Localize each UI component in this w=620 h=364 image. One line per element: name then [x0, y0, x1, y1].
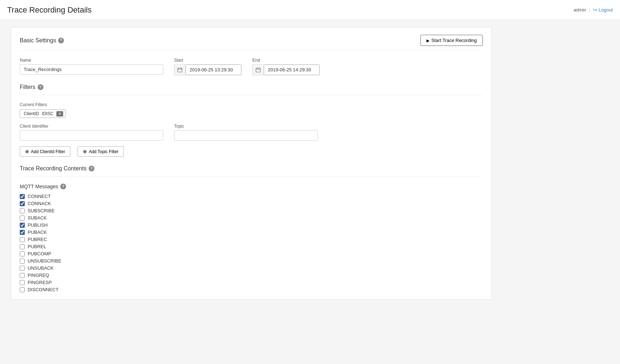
mqtt-checkbox-pingresp[interactable] — [20, 280, 25, 285]
mqtt-checkbox-connack[interactable] — [20, 201, 25, 206]
mqtt-messages-checkbox-list: CONNECTCONNACKSUBSCRIBESUBACKPUBLISHPUBA… — [20, 194, 483, 292]
mqtt-label-pubrel: PUBREL — [28, 244, 46, 249]
checkbox-item: PUBLISH — [20, 222, 483, 228]
svg-rect-0 — [178, 68, 182, 72]
mqtt-label-pubcomp: PUBCOMP — [28, 251, 51, 256]
start-trace-recording-label: Start Trace Recording — [432, 38, 477, 43]
start-calendar-icon — [174, 65, 186, 75]
main-content: Basic Settings ? Start Trace Recording N… — [0, 20, 503, 307]
topic-label: Topic — [174, 124, 318, 129]
basic-settings-title: Basic Settings ? — [20, 37, 64, 44]
mqtt-checkbox-pingreq[interactable] — [20, 273, 25, 278]
end-date-wrapper — [252, 64, 320, 75]
checkbox-item: PUBACK — [20, 230, 483, 235]
filter-tags-container: ClientID IDISC ✕ — [20, 109, 66, 118]
filters-section: Current Filters ClientID IDISC ✕ Client … — [20, 102, 483, 157]
mqtt-checkbox-puback[interactable] — [20, 230, 25, 235]
checkbox-item: UNSUBSCRIBE — [20, 258, 483, 264]
checkbox-item: PUBREL — [20, 244, 483, 249]
basic-settings-label: Basic Settings — [20, 37, 56, 44]
mqtt-checkbox-connect[interactable] — [20, 194, 25, 199]
username: admin — [573, 7, 586, 13]
top-right: admin | ↪ Logout — [573, 7, 613, 13]
mqtt-checkbox-subscribe[interactable] — [20, 208, 25, 213]
checkbox-item: UNSUBACK — [20, 265, 483, 271]
mqtt-checkbox-pubrel[interactable] — [20, 244, 25, 249]
client-identifier-input[interactable] — [20, 130, 163, 141]
checkbox-item: PINGREQ — [20, 273, 483, 278]
trace-contents-title: Trace Recording Contents ? — [20, 165, 94, 172]
end-date-input[interactable] — [264, 65, 320, 75]
filter-tag-idisc: IDISC — [41, 111, 55, 117]
checkbox-item: SUBACK — [20, 215, 483, 221]
checkbox-item: DISCONNECT — [20, 287, 483, 292]
mqtt-checkbox-pubrec[interactable] — [20, 237, 25, 242]
top-bar: Trace Recording Details admin | ↪ Logout — [0, 0, 620, 20]
start-date-wrapper — [174, 64, 242, 75]
play-icon — [426, 38, 429, 43]
checkbox-item: PINGRESP — [20, 280, 483, 285]
mqtt-label-connect: CONNECT — [28, 194, 51, 199]
filter-inputs-row: Client Identifier Topic — [20, 124, 483, 141]
checkbox-item: PUBREC — [20, 237, 483, 242]
current-filters-label: Current Filters — [20, 102, 483, 107]
trace-contents-help-icon[interactable]: ? — [89, 166, 94, 171]
plus-circle-icon-topic — [83, 149, 87, 154]
mqtt-label-subscribe: SUBSCRIBE — [28, 208, 55, 213]
settings-card: Basic Settings ? Start Trace Recording N… — [11, 27, 492, 300]
filters-title: Filters ? — [20, 84, 43, 90]
name-input[interactable] — [20, 64, 163, 75]
logout-link[interactable]: ↪ Logout — [593, 7, 613, 13]
filters-help-icon[interactable]: ? — [38, 84, 43, 90]
end-form-group: End — [252, 58, 320, 75]
name-form-group: Name — [20, 58, 163, 75]
mqtt-label-unsuback: UNSUBACK — [28, 265, 53, 271]
page-title: Trace Recording Details — [7, 5, 92, 15]
plus-circle-icon-clientid — [25, 149, 29, 154]
trace-contents-header: Trace Recording Contents ? — [20, 165, 483, 176]
add-topic-filter-button[interactable]: Add Topic Filter — [78, 146, 123, 157]
filter-remove-button[interactable]: ✕ — [56, 111, 63, 117]
end-label: End — [252, 58, 320, 63]
mqtt-messages-title: MQTT Messages ? — [20, 184, 483, 189]
mqtt-label-publish: PUBLISH — [28, 222, 48, 228]
mqtt-checkbox-publish[interactable] — [20, 223, 25, 228]
topic-input[interactable] — [174, 130, 318, 141]
mqtt-label-pubrec: PUBREC — [28, 237, 47, 242]
mqtt-checkbox-unsubscribe[interactable] — [20, 259, 25, 264]
checkbox-item: SUBSCRIBE — [20, 208, 483, 213]
mqtt-checkbox-suback[interactable] — [20, 216, 25, 221]
svg-rect-1 — [256, 68, 260, 72]
start-date-input[interactable] — [186, 65, 241, 75]
mqtt-checkbox-unsuback[interactable] — [20, 266, 25, 271]
mqtt-label-disconnect: DISCONNECT — [28, 287, 59, 292]
mqtt-label-connack: CONNACK — [28, 201, 51, 206]
start-form-group: Start — [174, 58, 242, 75]
client-identifier-label: Client Identifier — [20, 124, 163, 129]
mqtt-checkbox-disconnect[interactable] — [20, 287, 25, 292]
mqtt-label-suback: SUBACK — [28, 215, 47, 221]
add-topic-filter-label: Add Topic Filter — [89, 149, 118, 154]
checkbox-item: CONNECT — [20, 194, 483, 199]
filter-tag-clientid: ClientID — [22, 111, 41, 117]
logout-arrow-icon: ↪ — [593, 7, 597, 13]
mqtt-label-puback: PUBACK — [28, 230, 47, 235]
trace-contents-label: Trace Recording Contents — [20, 165, 87, 172]
mqtt-messages-help-icon[interactable]: ? — [60, 184, 66, 189]
mqtt-label-pingresp: PINGRESP — [28, 280, 52, 285]
filter-buttons-row: Add ClientId Filter Add Topic Filter — [20, 146, 483, 157]
checkbox-item: PUBCOMP — [20, 251, 483, 256]
end-calendar-icon — [253, 65, 264, 75]
logout-label: Logout — [598, 7, 613, 13]
client-identifier-group: Client Identifier — [20, 124, 163, 141]
add-clientid-filter-label: Add ClientId Filter — [31, 149, 65, 154]
add-clientid-filter-button[interactable]: Add ClientId Filter — [20, 146, 70, 157]
name-label: Name — [20, 58, 163, 63]
start-label: Start — [174, 58, 242, 63]
topic-group: Topic — [174, 124, 318, 141]
checkbox-item: CONNACK — [20, 201, 483, 206]
start-trace-recording-button[interactable]: Start Trace Recording — [420, 35, 483, 46]
basic-settings-help-icon[interactable]: ? — [58, 38, 64, 43]
mqtt-checkbox-pubcomp[interactable] — [20, 251, 25, 256]
basic-settings-form-row: Name Start End — [20, 58, 483, 75]
